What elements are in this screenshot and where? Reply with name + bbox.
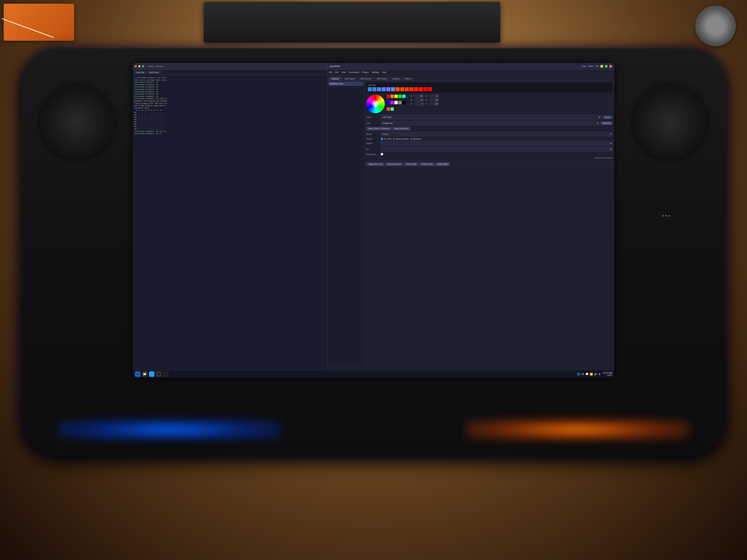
tab-new[interactable]: New Tab — [134, 71, 147, 74]
zone-control-row: Zone: LED Strip Resize — [366, 115, 613, 119]
per-led-radio[interactable] — [381, 138, 383, 140]
taskbar-icon-terminal[interactable]: ⊡ — [156, 371, 161, 377]
zone-select[interactable]: LED Strip — [381, 115, 601, 119]
terminal-tabs: New Tab Split View — [133, 70, 329, 75]
dot-1 — [662, 215, 664, 217]
g-input[interactable] — [414, 99, 424, 102]
color-wheel-handle[interactable] — [379, 98, 381, 101]
mode-label: Mode: — [366, 133, 379, 135]
preset-color-4[interactable] — [402, 95, 406, 98]
tab-devices[interactable]: Devices — [329, 77, 342, 81]
preset-color-11[interactable] — [390, 107, 394, 111]
tab-split[interactable]: Split View — [147, 71, 161, 74]
r-label: R: — [411, 95, 414, 97]
h-input[interactable] — [430, 95, 439, 98]
led-dot-8[interactable] — [405, 87, 409, 91]
volume-icon: 🔊 — [594, 373, 597, 376]
preset-color-6[interactable] — [390, 101, 394, 104]
preset-color-9[interactable] — [402, 101, 406, 104]
terminal-maximize[interactable] — [142, 65, 144, 68]
led-dot-1[interactable] — [372, 87, 377, 91]
preset-color-7[interactable] — [394, 101, 398, 104]
led-dot-13[interactable] — [428, 87, 432, 91]
preset-color-5[interactable] — [387, 101, 390, 104]
speed-select[interactable] — [381, 141, 613, 145]
v-input[interactable] — [430, 102, 439, 106]
led-dot-11[interactable] — [419, 87, 423, 91]
resize-button[interactable]: Resize — [603, 115, 613, 119]
taskbar-icon-files[interactable]: 📁 — [142, 371, 148, 377]
led-dot-9[interactable] — [409, 87, 413, 91]
b-input[interactable] — [414, 102, 424, 106]
mode-select[interactable]: Direct — [381, 132, 613, 136]
r-input[interactable] — [414, 95, 424, 98]
led-dot-2[interactable] — [377, 87, 381, 91]
menu-settings[interactable]: Settings — [372, 71, 379, 73]
terminal-line-23: 70: -- -- -- -- -- -- -- -- -- — [134, 128, 327, 130]
menu-help[interactable]: Help — [382, 71, 386, 73]
led-glow-left — [58, 419, 281, 441]
terminal-minimize[interactable] — [138, 65, 140, 68]
load-profile-button[interactable]: Load Profile — [436, 162, 449, 166]
led-dot-10[interactable] — [414, 87, 418, 91]
joystick-left[interactable] — [40, 85, 114, 159]
per-led-option[interactable]: Per-LED — [381, 138, 391, 140]
delete-profile-button[interactable]: Delete Profile — [419, 162, 434, 166]
preset-color-2[interactable] — [394, 95, 398, 98]
dir-select[interactable] — [381, 147, 613, 152]
tab-sdk-client[interactable]: SDK Client — [374, 77, 389, 81]
taskbar-icon-app[interactable]: ● — [163, 371, 169, 377]
save-profile-button[interactable]: Save Profile — [404, 162, 418, 166]
brightness-checkbox[interactable] — [381, 153, 383, 155]
copy-btn[interactable]: Copy — [582, 65, 586, 67]
preset-color-10[interactable] — [387, 107, 390, 111]
preset-color-1[interactable] — [390, 95, 394, 98]
led-dot-3[interactable] — [382, 87, 386, 91]
joystick-right[interactable] — [633, 85, 707, 159]
random-radio[interactable] — [410, 138, 413, 140]
terminal-line-25: (deckpAdam-SteamDeck ~]$ [] — [134, 133, 327, 135]
toggle-led-view-button[interactable]: Toggle LED View — [366, 162, 384, 166]
apply-colors-button[interactable]: Apply Colors To Selection — [366, 127, 391, 130]
taskbar-icon-browser[interactable]: 🌐 — [149, 371, 155, 377]
menu-plugins[interactable]: Plugins — [362, 71, 369, 73]
led-select[interactable]: Multiple (8) — [381, 121, 599, 125]
openrgb-close[interactable] — [609, 65, 612, 68]
led-dot-12[interactable] — [423, 87, 428, 91]
led-dot-5[interactable] — [391, 87, 395, 91]
device-item-rgbdeck[interactable]: RGBDeck Pico — [328, 81, 363, 86]
menu-file[interactable]: File — [329, 71, 332, 73]
mode-specific-label: Mode-Specific — [396, 138, 409, 140]
preset-color-8[interactable] — [398, 101, 402, 104]
find-btn[interactable]: Find — [595, 65, 599, 67]
color-wheel[interactable] — [366, 95, 385, 113]
menu-bookmarks[interactable]: Bookmarks — [349, 71, 359, 73]
apply-all-devices-button[interactable]: Apply All Devices — [392, 127, 411, 130]
openrgb-maximize[interactable] — [605, 65, 608, 68]
mode-specific-option[interactable]: Mode-Specific — [393, 138, 409, 140]
select-all-button[interactable]: Select All — [601, 122, 613, 125]
openrgb-minimize[interactable] — [600, 65, 603, 68]
tab-effects[interactable]: Effects — [403, 77, 414, 81]
terminal-line-19: 30: -- -- -- -- -- -- -- -- -- — [134, 119, 327, 121]
menu-view[interactable]: View — [342, 71, 346, 73]
led-dot-6[interactable] — [395, 87, 400, 91]
random-option[interactable]: Random — [410, 138, 421, 140]
paste-btn[interactable]: Paste — [588, 65, 593, 67]
s-input[interactable] — [430, 99, 439, 102]
terminal-close[interactable] — [134, 65, 137, 68]
tab-settings[interactable]: Settings — [390, 77, 402, 81]
mode-specific-radio[interactable] — [393, 138, 395, 140]
preset-color-3[interactable] — [398, 95, 402, 98]
led-dot-4[interactable] — [386, 87, 390, 91]
taskbar-icon-steam[interactable]: ⊙ — [135, 371, 140, 377]
led-dot-0[interactable] — [368, 87, 372, 91]
tab-sdk-server[interactable]: SDK Server — [358, 77, 374, 81]
led-dot-7[interactable] — [400, 87, 404, 91]
colors-control-row: Colors: Per-LED Mode-Specific — [366, 138, 613, 140]
tab-information[interactable]: Information — [342, 77, 357, 81]
menu-edit[interactable]: Edit — [335, 71, 339, 73]
preset-color-0[interactable] — [387, 95, 390, 98]
rescan-devices-button[interactable]: Rescan Devices — [386, 162, 403, 166]
mode-control-row: Mode: Direct — [366, 132, 613, 136]
